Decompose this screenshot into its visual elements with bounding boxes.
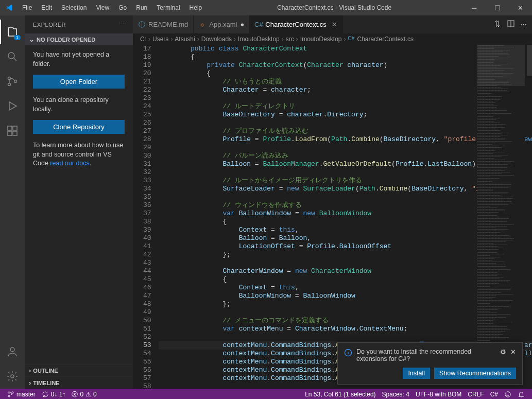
close-button[interactable]: ✕ [509,0,532,15]
tab-charactercontext[interactable]: C# CharacterContext.cs ✕ [250,15,343,33]
svg-point-12 [8,392,10,393]
activitybar: 1 [0,15,25,389]
editor-area: ⓘ README.md ⟐ App.xaml ● C# CharacterCon… [133,15,532,389]
menu-terminal[interactable]: Terminal [152,2,184,13]
sidebar: EXPLORER ⋯ ⌄ NO FOLDER OPENED You have n… [25,15,133,389]
menu-file[interactable]: File [18,2,36,13]
titlebar: File Edit Selection View Go Run Terminal… [0,0,532,15]
sidebar-nofolder-header[interactable]: ⌄ NO FOLDER OPENED [25,33,133,45]
warning-icon: ⚠ [85,391,91,398]
svg-point-8 [10,348,14,352]
status-branch[interactable]: master [4,391,39,398]
svg-point-0 [8,53,14,59]
sync-icon [42,391,49,398]
cs-icon: C# [348,36,355,43]
dirty-indicator: ● [241,21,245,28]
compare-icon[interactable] [493,20,502,29]
svg-point-2 [8,83,11,86]
window-title: CharacterContext.cs - Visual Studio Code [206,4,462,11]
svg-point-3 [14,80,17,83]
menu-selection[interactable]: Selection [57,2,91,13]
activity-search[interactable] [0,44,25,69]
learn-msg: To learn more about how to use git and s… [33,141,125,168]
minimap[interactable]: ▪▪▪▪▪▪▪▪▪▪▪▪▪▪▪▪▪▪▪▪▪▪▪▪▪▪▪▪▪▪▪▪▪▪▪▪▪▪▪▪… [477,45,525,389]
status-position[interactable]: Ln 53, Col 61 (1 selected) [302,391,379,398]
clone-msg: You can clone a repository locally. [33,96,125,114]
status-encoding[interactable]: UTF-8 with BOM [413,391,465,398]
scrollbar-thumb[interactable] [527,45,532,76]
info-icon [344,349,352,357]
status-problems[interactable]: ⓧ0 ⚠0 [68,390,99,399]
sidebar-more-icon[interactable]: ⋯ [119,21,125,28]
sidebar-title: EXPLORER [33,22,66,28]
status-sync[interactable]: 0↓ 1↑ [39,391,69,398]
split-icon[interactable] [507,20,515,29]
nofolder-msg: You have not yet opened a folder. [33,50,125,68]
cs-icon: C# [255,21,262,28]
svg-rect-6 [8,131,12,135]
xml-icon: ⟐ [199,21,206,28]
svg-point-13 [8,395,10,397]
activity-settings[interactable] [0,364,25,389]
outline-section[interactable]: ›OUTLINE [25,364,133,376]
statusbar: master 0↓ 1↑ ⓧ0 ⚠0 Ln 53, Col 61 (1 sele… [0,389,532,399]
activity-explorer[interactable]: 1 [0,20,25,44]
menubar: File Edit Selection View Go Run Terminal… [18,2,206,13]
status-feedback[interactable] [501,391,514,398]
svg-rect-5 [13,126,17,130]
status-spaces[interactable]: Spaces: 4 [379,391,413,398]
chevron-down-icon: ⌄ [29,36,35,43]
menu-edit[interactable]: Edit [37,2,56,13]
svg-point-9 [11,375,14,378]
bell-icon [518,391,525,398]
activity-extensions[interactable] [0,118,25,143]
breadcrumbs[interactable]: C:› Users› Atsushi› Downloads› ImoutoDes… [133,33,532,45]
activity-account[interactable] [0,339,25,364]
tab-readme[interactable]: ⓘ README.md [133,15,194,33]
more-icon[interactable]: ⋯ [520,21,527,28]
chevron-right-icon: › [29,379,31,387]
svg-rect-4 [8,126,12,130]
clone-repo-button[interactable]: Clone Repository [33,120,125,134]
minimize-button[interactable]: ─ [462,0,486,15]
status-eol[interactable]: CRLF [465,391,487,398]
activity-scm[interactable] [0,69,25,94]
scrollbar-vertical[interactable] [525,45,532,389]
read-docs-link[interactable]: read our docs [50,160,89,167]
explorer-badge: 1 [14,35,21,40]
code-editor[interactable]: 1718192021222324252627282930313233343536… [133,45,532,389]
svg-point-1 [8,77,11,80]
timeline-section[interactable]: ›TIMELINE [25,376,133,389]
close-icon[interactable]: ✕ [510,348,516,356]
menu-help[interactable]: Help [185,2,207,13]
close-tab-icon[interactable]: ✕ [332,21,337,28]
status-bell[interactable] [514,391,528,398]
feedback-icon [504,391,511,398]
info-icon: ⓘ [138,21,145,28]
app-logo [0,4,18,12]
chevron-right-icon: › [29,367,31,374]
notification-toast: Do you want to install the recommended e… [337,342,523,385]
editor-tabs: ⓘ README.md ⟐ App.xaml ● C# CharacterCon… [133,15,532,33]
status-language[interactable]: C# [487,391,501,398]
maximize-button[interactable]: ☐ [486,0,509,15]
svg-point-14 [12,392,13,393]
show-recommendations-button[interactable]: Show Recommendations [434,368,516,379]
open-folder-button[interactable]: Open Folder [33,75,125,89]
gear-icon[interactable]: ⚙ [500,348,506,356]
menu-view[interactable]: View [92,2,113,13]
tab-appxaml[interactable]: ⟐ App.xaml ● [194,15,250,33]
notification-text: Do you want to install the recommended e… [356,348,496,362]
svg-rect-7 [13,131,17,135]
branch-icon [7,391,14,398]
activity-debug[interactable] [0,94,25,118]
menu-run[interactable]: Run [132,2,151,13]
install-button[interactable]: Install [403,368,430,379]
error-icon: ⓧ [72,390,78,399]
menu-go[interactable]: Go [114,2,131,13]
svg-point-15 [505,392,511,397]
